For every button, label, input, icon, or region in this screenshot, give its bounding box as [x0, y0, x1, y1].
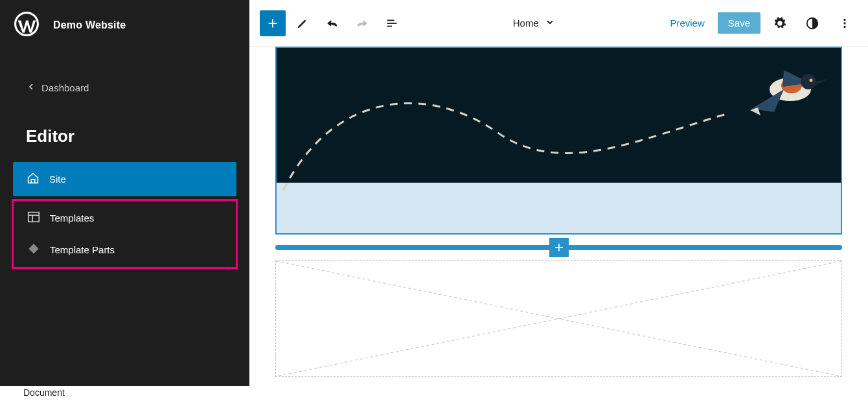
back-to-dashboard[interactable]: Dashboard: [0, 74, 249, 102]
undo-button[interactable]: [319, 10, 345, 36]
toolbar-right: Preview Save: [663, 10, 858, 36]
svg-point-15: [810, 79, 813, 82]
svg-point-11: [843, 25, 845, 27]
home-icon: [26, 171, 40, 187]
nav-item-template-parts[interactable]: Template Parts: [14, 234, 236, 266]
layout-icon: [27, 210, 41, 226]
document-title: Home: [513, 17, 539, 29]
bird-illustration-icon: [738, 51, 836, 128]
editor-main: Home Preview Save: [249, 0, 868, 386]
more-options-button[interactable]: [832, 10, 858, 36]
editor-heading: Editor: [0, 102, 249, 162]
nav-item-templates[interactable]: Templates: [14, 202, 236, 234]
svg-rect-4: [29, 244, 39, 254]
svg-rect-6: [387, 23, 397, 24]
styles-button[interactable]: [799, 10, 825, 36]
empty-block-placeholder[interactable]: [275, 260, 842, 377]
preview-button[interactable]: Preview: [663, 12, 711, 34]
nav-list: Site: [0, 162, 249, 196]
diamond-icon: [27, 242, 41, 258]
sidebar-header: Demo Website: [0, 0, 249, 51]
nav-item-label: Site: [49, 174, 66, 185]
hero-block[interactable]: [275, 47, 842, 235]
svg-point-10: [843, 22, 845, 24]
status-text: Document: [23, 387, 65, 398]
svg-rect-7: [387, 25, 392, 27]
back-label: Dashboard: [41, 82, 89, 93]
editor-toolbar: Home Preview Save: [249, 0, 868, 47]
svg-point-9: [843, 18, 845, 20]
nav-item-label: Templates: [50, 212, 94, 223]
editor-canvas[interactable]: [249, 47, 868, 386]
inline-add-block-button[interactable]: [549, 238, 569, 257]
add-block-button[interactable]: [260, 10, 286, 36]
chevron-left-icon: [26, 82, 36, 94]
status-bar: Document: [0, 386, 868, 401]
site-title: Demo Website: [53, 19, 126, 31]
svg-rect-1: [29, 212, 40, 222]
nav-item-label: Template Parts: [50, 244, 115, 255]
document-switcher[interactable]: Home: [409, 16, 659, 30]
redo-button[interactable]: [349, 10, 375, 36]
callout-highlight: Templates Template Parts: [12, 199, 238, 269]
svg-point-14: [801, 74, 816, 89]
nav-item-site[interactable]: Site: [13, 162, 236, 196]
settings-button[interactable]: [767, 10, 793, 36]
editor-sidebar: Demo Website Dashboard Editor Site Templ…: [0, 0, 249, 386]
save-button[interactable]: Save: [718, 12, 760, 34]
chevron-down-icon: [544, 16, 556, 30]
block-appender-bar[interactable]: [275, 245, 842, 250]
svg-rect-5: [387, 19, 394, 21]
wordpress-logo-icon[interactable]: [14, 12, 39, 39]
list-view-button[interactable]: [379, 10, 405, 36]
edit-tool-button[interactable]: [290, 10, 315, 36]
